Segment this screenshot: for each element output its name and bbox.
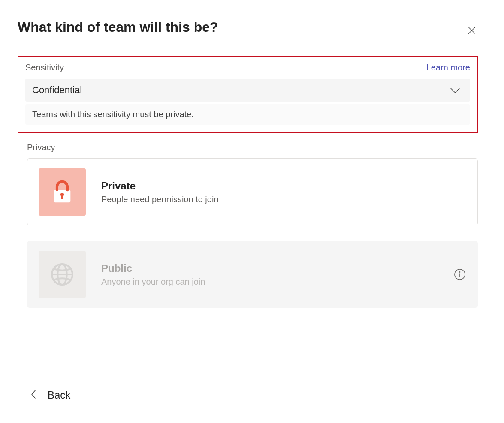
public-info-button[interactable] [453, 268, 466, 281]
svg-point-9 [459, 271, 461, 273]
back-label[interactable]: Back [48, 389, 70, 401]
learn-more-link[interactable]: Learn more [426, 63, 470, 73]
private-option-title: Private [101, 180, 466, 192]
public-option-title: Public [101, 262, 438, 274]
globe-icon [48, 261, 76, 288]
sensitivity-dropdown[interactable]: Confidential [25, 79, 470, 102]
page-title: What kind of team will this be? [18, 19, 218, 35]
private-option-text: Private People need permission to join [101, 180, 466, 204]
privacy-label: Privacy [27, 143, 478, 152]
chevron-left-icon [30, 390, 36, 399]
public-option-description: Anyone in your org can join [101, 277, 438, 287]
svg-rect-4 [61, 195, 63, 199]
sensitivity-selected-value: Confidential [32, 85, 82, 96]
info-icon [454, 268, 466, 280]
dialog-footer: Back [18, 389, 478, 405]
public-option-text: Public Anyone in your org can join [101, 262, 438, 287]
private-icon-tile [39, 168, 86, 216]
team-kind-dialog: What kind of team will this be? Sensitiv… [0, 0, 504, 423]
sensitivity-header: Sensitivity Learn more [25, 63, 470, 73]
privacy-option-public: Public Anyone in your org can join [27, 241, 478, 308]
back-button[interactable] [30, 390, 36, 401]
chevron-down-icon [450, 86, 461, 94]
public-icon-tile [39, 251, 86, 298]
close-icon [467, 26, 477, 35]
private-option-description: People need permission to join [101, 195, 466, 204]
lock-icon [50, 180, 75, 204]
sensitivity-helper-text: Teams with this sensitivity must be priv… [25, 104, 470, 125]
close-button[interactable] [465, 24, 479, 37]
privacy-option-private[interactable]: Private People need permission to join [27, 158, 478, 225]
sensitivity-section: Sensitivity Learn more Confidential Team… [18, 56, 478, 133]
sensitivity-label: Sensitivity [25, 63, 64, 73]
dialog-header: What kind of team will this be? [18, 19, 478, 56]
